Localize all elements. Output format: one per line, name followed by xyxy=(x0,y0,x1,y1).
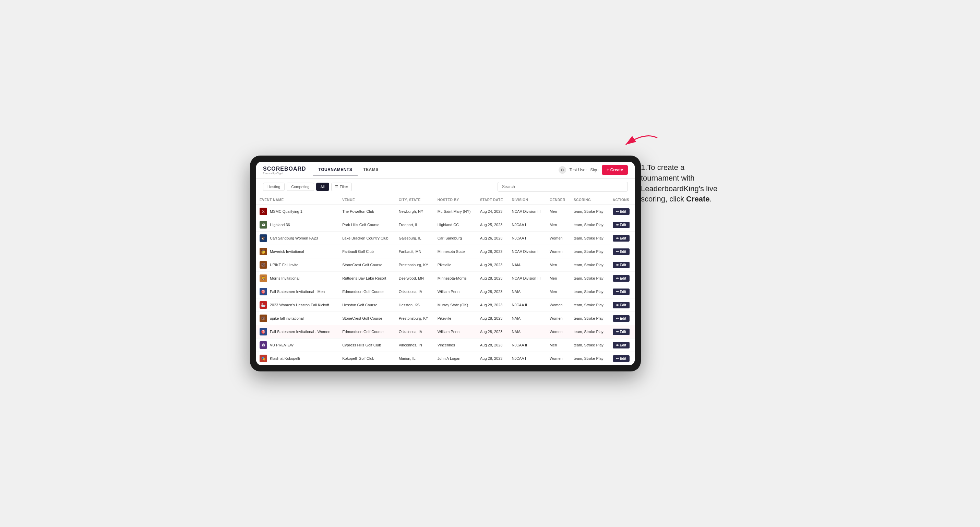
cell-city-state: Vincennes, IN xyxy=(395,338,434,352)
cell-hosted-by: Carl Sandburg xyxy=(434,232,477,245)
sign-in-label[interactable]: Sign xyxy=(590,168,598,172)
edit-button-0[interactable]: ✏ Edit xyxy=(613,208,630,215)
cell-actions: ✏ Edit xyxy=(609,285,635,298)
create-button[interactable]: + Create xyxy=(602,165,628,175)
cell-event-name: 🦅 Carl Sandburg Women FA23 xyxy=(256,232,339,245)
cell-city-state: Hesston, KS xyxy=(395,298,434,312)
cell-start-date: Aug 28, 2023 xyxy=(477,245,508,258)
cell-start-date: Aug 25, 2023 xyxy=(477,218,508,232)
cell-scoring: team, Stroke Play xyxy=(570,325,609,338)
cell-gender: Men xyxy=(546,338,570,352)
cell-division: NAIA xyxy=(508,325,546,338)
event-name-text: UPIKE Fall Invite xyxy=(270,263,298,267)
edit-button-7[interactable]: ✏ Edit xyxy=(613,302,630,308)
cell-event-name: 🐻 UPIKE Fall Invite xyxy=(256,258,339,272)
header-left: SCOREBOARD Powered by Clippit TOURNAMENT… xyxy=(263,165,384,175)
cell-scoring: team, Stroke Play xyxy=(570,232,609,245)
table-row: 🎯 Fall Statesmen Invitational - Men Edmu… xyxy=(256,285,635,298)
edit-button-8[interactable]: ✏ Edit xyxy=(613,315,630,322)
event-name-text: Fall Statesmen Invitational - Women xyxy=(270,330,330,334)
cell-venue: StoneCrest Golf Course xyxy=(339,258,395,272)
cell-division: NAIA xyxy=(508,258,546,272)
event-logo: 🤠 xyxy=(259,248,267,255)
tab-teams[interactable]: TEAMS xyxy=(358,165,384,175)
cell-city-state: Oskaloosa, IA xyxy=(395,325,434,338)
cell-hosted-by: John A Logan xyxy=(434,352,477,365)
edit-button-5[interactable]: ✏ Edit xyxy=(613,275,630,282)
col-event-name: EVENT NAME xyxy=(256,195,339,205)
cell-division: NAIA xyxy=(508,312,546,325)
table-row: 🐻 UPIKE Fall Invite StoneCrest Golf Cour… xyxy=(256,258,635,272)
table-row: 🦅 Carl Sandburg Women FA23 Lake Bracken … xyxy=(256,232,635,245)
cell-scoring: team, Stroke Play xyxy=(570,352,609,365)
cell-start-date: Aug 28, 2023 xyxy=(477,325,508,338)
cell-gender: Men xyxy=(546,205,570,218)
hosting-filter[interactable]: Hosting xyxy=(263,183,285,191)
cell-venue: StoneCrest Golf Course xyxy=(339,312,395,325)
cell-hosted-by: Pikeville xyxy=(434,312,477,325)
cell-actions: ✏ Edit xyxy=(609,232,635,245)
cell-gender: Men xyxy=(546,285,570,298)
event-name-text: Highland 36 xyxy=(270,223,290,227)
cell-city-state: Faribault, MN xyxy=(395,245,434,258)
event-name-text: 2023 Women's Hesston Fall Kickoff xyxy=(270,303,329,307)
edit-button-1[interactable]: ✏ Edit xyxy=(613,222,630,228)
nav-tabs: TOURNAMENTS TEAMS xyxy=(313,165,384,175)
cell-division: NCAA Division III xyxy=(508,272,546,285)
cell-hosted-by: Highland CC xyxy=(434,218,477,232)
search-input[interactable] xyxy=(498,182,628,192)
filter-label: Filter xyxy=(340,185,348,189)
cell-scoring: team, Stroke Play xyxy=(570,338,609,352)
col-actions: ACTIONS xyxy=(609,195,635,205)
cell-division: NJCAA I xyxy=(508,232,546,245)
cell-division: NJCAA I xyxy=(508,352,546,365)
event-name-text: Maverick Invitational xyxy=(270,249,304,254)
edit-button-11[interactable]: ✏ Edit xyxy=(613,356,630,362)
cell-gender: Women xyxy=(546,312,570,325)
tab-tournaments[interactable]: TOURNAMENTS xyxy=(313,165,358,175)
event-name-text: Fall Statesmen Invitational - Men xyxy=(270,289,325,294)
settings-icon[interactable]: ⚙ xyxy=(558,166,566,174)
cell-start-date: Aug 28, 2023 xyxy=(477,285,508,298)
cell-actions: ✏ Edit xyxy=(609,205,635,218)
all-filter[interactable]: All xyxy=(316,183,329,191)
col-venue: VENUE xyxy=(339,195,395,205)
event-name-text: Klash at Kokopelli xyxy=(270,356,300,360)
cell-city-state: Newburgh, NY xyxy=(395,205,434,218)
col-hosted-by: HOSTED BY xyxy=(434,195,477,205)
edit-button-10[interactable]: ✏ Edit xyxy=(613,342,630,348)
cell-actions: ✏ Edit xyxy=(609,272,635,285)
table-row: 🐻 upike fall invitational StoneCrest Gol… xyxy=(256,312,635,325)
cell-city-state: Prestonsburg, KY xyxy=(395,258,434,272)
edit-button-2[interactable]: ✏ Edit xyxy=(613,235,630,241)
edit-button-6[interactable]: ✏ Edit xyxy=(613,289,630,295)
annotation-text: 1.To create a tournament with Leaderboar… xyxy=(641,162,723,205)
cell-actions: ✏ Edit xyxy=(609,298,635,312)
cell-event-name: 🎯 Fall Statesmen Invitational - Women xyxy=(256,325,339,338)
cell-division: NAIA xyxy=(508,285,546,298)
edit-button-3[interactable]: ✏ Edit xyxy=(613,248,630,255)
cell-actions: ✏ Edit xyxy=(609,352,635,365)
cell-start-date: Aug 26, 2023 xyxy=(477,232,508,245)
tablet-frame: SCOREBOARD Powered by Clippit TOURNAMENT… xyxy=(250,156,641,371)
cell-division: NJCAA II xyxy=(508,298,546,312)
cell-hosted-by: Vincennes xyxy=(434,338,477,352)
cell-gender: Women xyxy=(546,298,570,312)
col-gender: GENDER xyxy=(546,195,570,205)
cell-scoring: team, Stroke Play xyxy=(570,272,609,285)
cell-venue: Kokopelli Golf Club xyxy=(339,352,395,365)
filter-group: Hosting Competing All ☰ Filter xyxy=(263,183,352,191)
cell-event-name: 🎯 Fall Statesmen Invitational - Men xyxy=(256,285,339,298)
app-header: SCOREBOARD Powered by Clippit TOURNAMENT… xyxy=(256,162,635,179)
cell-venue: Lake Bracken Country Club xyxy=(339,232,395,245)
edit-button-9[interactable]: ✏ Edit xyxy=(613,329,630,335)
cell-city-state: Oskaloosa, IA xyxy=(395,285,434,298)
toolbar: Hosting Competing All ☰ Filter xyxy=(256,179,635,195)
competing-filter[interactable]: Competing xyxy=(287,183,314,191)
cell-venue: Edmundson Golf Course xyxy=(339,325,395,338)
edit-button-4[interactable]: ✏ Edit xyxy=(613,262,630,268)
cell-gender: Women xyxy=(546,245,570,258)
cell-city-state: Galesburg, IL xyxy=(395,232,434,245)
table-body: ⚔ MSMC Qualifying 1 The Powelton ClubNew… xyxy=(256,205,635,365)
filter-button[interactable]: ☰ Filter xyxy=(331,183,352,191)
